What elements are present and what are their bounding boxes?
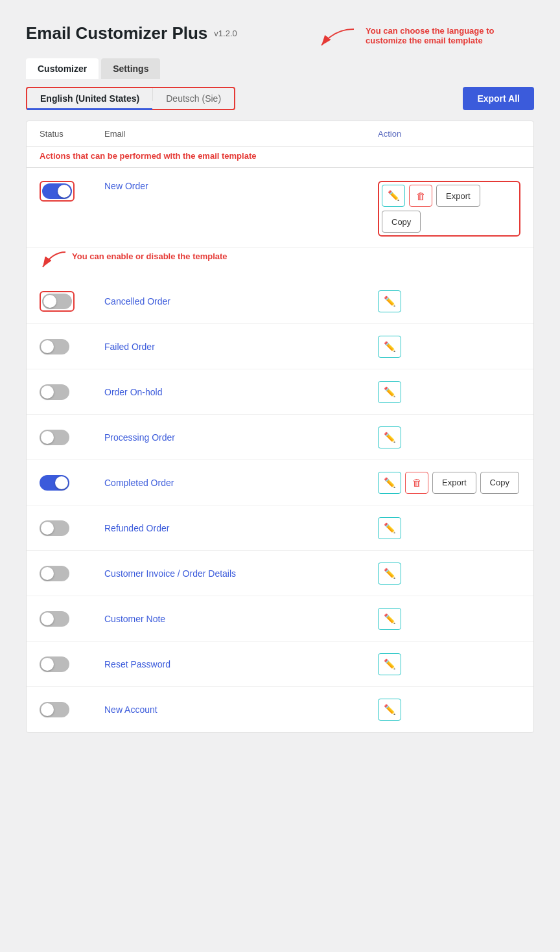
new-order-actions: ✏️ 🗑 Export Copy — [378, 181, 520, 237]
order-onhold-actions: ✏️ — [378, 381, 520, 403]
template-row: Cancelled Order ✏️ — [27, 279, 533, 324]
lang-tab-english[interactable]: English (United States) — [27, 88, 152, 109]
refunded-order-toggle[interactable] — [40, 520, 69, 536]
completed-order-toggle[interactable] — [40, 475, 69, 491]
customer-invoice-label: Customer Invoice / Order Details — [104, 568, 378, 579]
processing-order-toggle[interactable] — [40, 430, 69, 445]
completed-order-toggle-wrapper — [40, 475, 104, 491]
processing-order-label: Processing Order — [104, 432, 378, 443]
customer-invoice-edit-button[interactable]: ✏️ — [378, 563, 401, 585]
new-order-export-button[interactable]: Export — [436, 185, 480, 207]
refunded-order-label: Refunded Order — [104, 523, 378, 533]
customer-note-label: Customer Note — [104, 614, 378, 624]
header-status: Status — [40, 129, 104, 139]
new-account-toggle[interactable] — [40, 702, 69, 717]
template-row: Customer Invoice / Order Details ✏️ — [27, 551, 533, 596]
page-title: Email Customizer Plus — [26, 23, 207, 43]
reset-password-actions: ✏️ — [378, 653, 520, 675]
new-account-toggle-wrapper — [40, 702, 104, 717]
template-row: Reset Password ✏️ — [27, 642, 533, 687]
refunded-order-actions: ✏️ — [378, 517, 520, 539]
tab-customizer[interactable]: Customizer — [26, 58, 99, 79]
failed-order-label: Failed Order — [104, 342, 378, 352]
refunded-order-edit-button[interactable]: ✏️ — [378, 517, 401, 539]
new-order-toggle-wrapper — [40, 181, 104, 202]
customer-note-toggle[interactable] — [40, 611, 69, 627]
new-account-edit-button[interactable]: ✏️ — [378, 699, 401, 721]
new-order-delete-button[interactable]: 🗑 — [409, 185, 432, 207]
failed-order-toggle[interactable] — [40, 339, 69, 354]
template-row: New Order ✏️ 🗑 Export Copy — [27, 168, 533, 248]
version-badge: v1.2.0 — [214, 29, 237, 38]
language-tabs-container: English (United States) Deutsch (Sie) — [26, 87, 235, 110]
export-all-button[interactable]: Export All — [463, 87, 534, 110]
cancelled-order-label: Cancelled Order — [104, 296, 378, 307]
template-row: New Account ✏️ — [27, 687, 533, 732]
new-account-actions: ✏️ — [378, 699, 520, 721]
templates-table: Status Email Action Actions that can be … — [26, 121, 534, 733]
reset-password-edit-button[interactable]: ✏️ — [378, 653, 401, 675]
template-row: Order On-hold ✏️ — [27, 369, 533, 415]
new-order-label: New Order — [104, 181, 378, 191]
cancelled-order-toggle[interactable] — [42, 294, 72, 309]
cancelled-order-actions: ✏️ — [378, 290, 520, 312]
new-order-toggle[interactable] — [42, 183, 72, 199]
order-onhold-toggle[interactable] — [40, 384, 69, 400]
customer-invoice-toggle[interactable] — [40, 566, 69, 581]
customer-invoice-toggle-wrapper — [40, 566, 104, 581]
reset-password-label: Reset Password — [104, 659, 378, 669]
processing-order-toggle-wrapper — [40, 430, 104, 445]
template-row: Completed Order ✏️ 🗑 Export Copy — [27, 460, 533, 505]
completed-order-delete-button[interactable]: 🗑 — [405, 472, 428, 494]
header-action: Action — [378, 129, 520, 139]
failed-order-actions: ✏️ — [378, 336, 520, 358]
new-order-copy-button[interactable]: Copy — [382, 211, 421, 233]
header-email: Email — [104, 129, 378, 139]
order-onhold-edit-button[interactable]: ✏️ — [378, 381, 401, 403]
template-row: Customer Note ✏️ — [27, 596, 533, 642]
cancelled-order-edit-button[interactable]: ✏️ — [378, 290, 401, 312]
cancelled-order-toggle-wrapper — [40, 291, 104, 312]
template-row: Failed Order ✏️ — [27, 324, 533, 369]
tab-settings[interactable]: Settings — [101, 58, 160, 79]
completed-order-label: Completed Order — [104, 478, 378, 488]
toggle-annotation-text: You can enable or disable the template — [72, 251, 228, 261]
order-onhold-toggle-wrapper — [40, 384, 104, 400]
failed-order-edit-button[interactable]: ✏️ — [378, 336, 401, 358]
lang-annotation-text: You can choose the language to customize… — [366, 26, 534, 45]
completed-order-copy-button[interactable]: Copy — [480, 472, 519, 494]
template-row: Refunded Order ✏️ — [27, 505, 533, 551]
customer-note-edit-button[interactable]: ✏️ — [378, 608, 401, 630]
template-row: Processing Order ✏️ — [27, 415, 533, 460]
reset-password-toggle[interactable] — [40, 656, 69, 672]
annotation-arrow-lang — [309, 26, 360, 52]
customer-note-toggle-wrapper — [40, 611, 104, 627]
actions-annotation: Actions that can be performed with the e… — [27, 147, 533, 168]
order-onhold-label: Order On-hold — [104, 387, 378, 397]
new-account-label: New Account — [104, 704, 378, 715]
completed-order-edit-button[interactable]: ✏️ — [378, 472, 401, 494]
table-header: Status Email Action — [27, 121, 533, 147]
processing-order-edit-button[interactable]: ✏️ — [378, 426, 401, 448]
lang-tab-deutsch[interactable]: Deutsch (Sie) — [153, 88, 234, 109]
failed-order-toggle-wrapper — [40, 339, 104, 354]
completed-order-export-button[interactable]: Export — [432, 472, 476, 494]
reset-password-toggle-wrapper — [40, 656, 104, 672]
new-order-edit-button[interactable]: ✏️ — [382, 185, 405, 207]
toggle-arrow — [33, 249, 72, 272]
customer-invoice-actions: ✏️ — [378, 563, 520, 585]
nav-tabs: Customizer Settings — [26, 58, 534, 79]
completed-order-actions: ✏️ 🗑 Export Copy — [378, 472, 520, 494]
refunded-order-toggle-wrapper — [40, 520, 104, 536]
processing-order-actions: ✏️ — [378, 426, 520, 448]
customer-note-actions: ✏️ — [378, 608, 520, 630]
